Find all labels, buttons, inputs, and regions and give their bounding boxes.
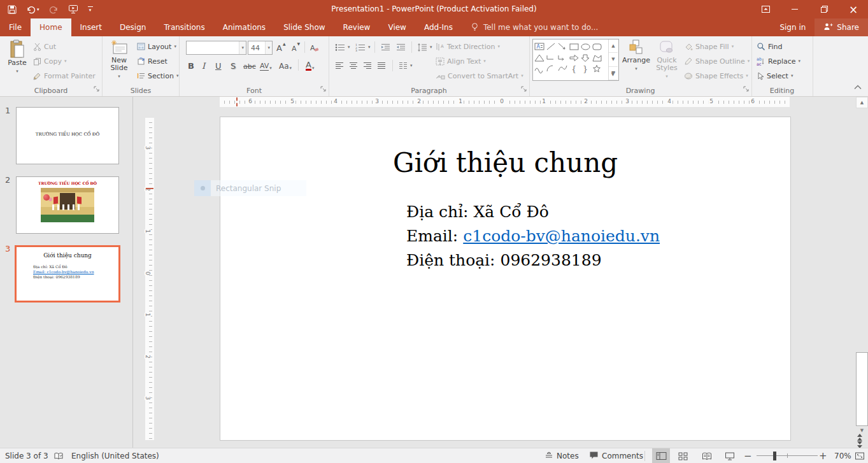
- notes-button[interactable]: Notes: [544, 448, 579, 463]
- bold-button[interactable]: B: [188, 59, 194, 71]
- caret-icon: ▾: [799, 59, 801, 64]
- arrange-button[interactable]: Arrange ▾: [622, 39, 651, 73]
- thumbnail-3-title: Giới thiệu chung: [17, 252, 118, 259]
- increase-indent-button[interactable]: [396, 41, 406, 53]
- share-button[interactable]: Share: [815, 18, 868, 36]
- sign-in-button[interactable]: Sign in: [771, 18, 815, 36]
- slide-address-line[interactable]: Địa chỉ: Xã Cổ Đô: [406, 200, 660, 224]
- change-case-button[interactable]: Aa ▾: [279, 59, 292, 71]
- minimize-button[interactable]: [780, 0, 809, 18]
- group-font: ▾ 44 ▾ A▲ A▼ A B I U S abc AV ▾: [180, 36, 329, 96]
- shapes-scroll-down-icon[interactable]: ▼: [609, 53, 618, 66]
- shapes-more-icon[interactable]: ▬▼: [609, 67, 618, 80]
- email-link[interactable]: c1codo-bv@hanoiedu.vn: [463, 227, 660, 245]
- slide-thumbnail-1[interactable]: TRƯỜNG TIỂU HỌC CỔ ĐÔ: [16, 107, 119, 164]
- font-name-combo[interactable]: ▾: [186, 41, 246, 55]
- tab-design[interactable]: Design: [111, 18, 155, 36]
- shape-effects-label: Shape Effects: [695, 72, 743, 80]
- strikethrough-button[interactable]: abc: [243, 59, 256, 71]
- shrink-font-button[interactable]: A▼: [292, 41, 300, 53]
- align-center-button[interactable]: [349, 60, 358, 71]
- new-slide-button[interactable]: New Slide ▾: [105, 39, 133, 80]
- comments-icon: [589, 451, 599, 462]
- slide-title[interactable]: Giới thiệu chung: [220, 147, 790, 178]
- zoom-in-button[interactable]: +: [819, 448, 827, 463]
- decrease-indent-button[interactable]: [381, 41, 390, 53]
- section-button[interactable]: Section ▾: [137, 70, 178, 82]
- layout-button[interactable]: Layout ▾: [137, 41, 176, 52]
- scrollbar-thumb[interactable]: [856, 352, 868, 426]
- tab-review[interactable]: Review: [334, 18, 380, 36]
- align-left-button[interactable]: [335, 60, 344, 71]
- find-button[interactable]: Find: [757, 41, 783, 52]
- italic-button[interactable]: I: [202, 59, 205, 71]
- ribbon-display-options-icon[interactable]: [751, 0, 780, 18]
- collapse-ribbon-icon[interactable]: [854, 83, 862, 92]
- replace-button[interactable]: abac Replace ▾: [757, 55, 800, 67]
- restore-button[interactable]: [809, 0, 839, 18]
- line-spacing-button[interactable]: ▾: [417, 41, 432, 53]
- slide-indicator[interactable]: Slide 3 of 3: [5, 448, 48, 463]
- shapes-gallery[interactable]: A {: [532, 39, 619, 81]
- justify-button[interactable]: [377, 60, 386, 71]
- slide-thumbnail-3[interactable]: Giới thiệu chung Địa chỉ: Xã Cổ Đô Email…: [15, 245, 120, 303]
- spellcheck-icon[interactable]: [53, 448, 64, 463]
- comments-button[interactable]: Comments: [589, 448, 643, 463]
- tab-insert[interactable]: Insert: [71, 18, 111, 36]
- numbering-button[interactable]: 123 ▾: [355, 41, 371, 53]
- shapes-gallery-scrollbar[interactable]: ▲ ▼ ▬▼: [608, 39, 618, 80]
- caret-icon: ▾: [791, 73, 793, 78]
- grow-font-button[interactable]: A▲: [276, 41, 286, 53]
- tab-view[interactable]: View: [379, 18, 415, 36]
- paragraph-dialog-launcher-icon[interactable]: [521, 86, 527, 94]
- slide-thumbnail-2[interactable]: TRƯỜNG TIỂU HỌC CỔ ĐÔ: [16, 176, 119, 234]
- slide-sorter-view-button[interactable]: [674, 448, 692, 463]
- zoom-out-button[interactable]: −: [744, 448, 752, 463]
- tab-animations[interactable]: Animations: [214, 18, 274, 36]
- tab-slide-show[interactable]: Slide Show: [274, 18, 334, 36]
- character-spacing-button[interactable]: AV ▾: [260, 59, 272, 71]
- hruler-number: 4: [666, 98, 672, 104]
- reading-view-button[interactable]: [698, 448, 716, 463]
- zoom-percentage[interactable]: 70%: [834, 448, 851, 463]
- shapes-scroll-up-icon[interactable]: ▲: [609, 39, 618, 53]
- align-text-icon: [436, 57, 445, 66]
- scroll-up-icon[interactable]: ▲: [856, 97, 868, 108]
- hruler-number: 3: [374, 98, 380, 104]
- caret-icon: ▾: [348, 45, 350, 50]
- reset-button[interactable]: Reset: [137, 55, 167, 67]
- drawing-dialog-launcher-icon[interactable]: [743, 86, 750, 94]
- shrink-caret-icon: ▼: [297, 41, 301, 46]
- replace-label: Replace: [768, 57, 796, 66]
- slide-body-text[interactable]: Địa chỉ: Xã Cổ Đô Email: c1codo-bv@hanoi…: [406, 200, 660, 273]
- text-shadow-button[interactable]: S: [231, 59, 236, 71]
- font-color-button[interactable]: A ▾: [306, 59, 314, 71]
- normal-view-button[interactable]: [652, 448, 670, 463]
- font-size-combo[interactable]: 44 ▾: [248, 41, 273, 55]
- tab-file[interactable]: File: [0, 18, 31, 36]
- tab-transitions[interactable]: Transitions: [155, 18, 213, 36]
- bullets-button[interactable]: ▾: [335, 41, 350, 53]
- align-right-button[interactable]: [363, 60, 372, 71]
- select-button[interactable]: Select ▾: [757, 70, 793, 82]
- previous-slide-button[interactable]: [857, 433, 862, 441]
- slide-canvas[interactable]: Giới thiệu chung Địa chỉ: Xã Cổ Đô Email…: [220, 117, 791, 441]
- slide-email-line[interactable]: Email: c1codo-bv@hanoiedu.vn: [406, 224, 660, 248]
- paste-button[interactable]: Paste ▾: [4, 39, 31, 75]
- zoom-slider-handle[interactable]: [773, 452, 776, 460]
- tab-add-ins[interactable]: Add-Ins: [415, 18, 462, 36]
- clear-formatting-button[interactable]: A: [309, 41, 319, 53]
- slide-phone-line[interactable]: Điện thoại: 0962938189: [406, 248, 660, 273]
- clipboard-dialog-launcher-icon[interactable]: [94, 86, 100, 94]
- tab-home[interactable]: Home: [31, 18, 71, 36]
- underline-button[interactable]: U: [215, 59, 222, 71]
- language-indicator[interactable]: English (United States): [71, 448, 159, 463]
- fit-slide-to-window-button[interactable]: [855, 448, 865, 463]
- close-button[interactable]: ×: [839, 0, 868, 18]
- slide-show-view-button[interactable]: [721, 448, 739, 463]
- tell-me-box[interactable]: Tell me what you want to do...: [471, 18, 599, 36]
- group-paragraph: ▾ 123 ▾ ▾: [329, 36, 530, 96]
- columns-button[interactable]: ▾: [399, 60, 413, 71]
- font-dialog-launcher-icon[interactable]: [320, 86, 327, 94]
- replace-icon: abac: [757, 57, 765, 66]
